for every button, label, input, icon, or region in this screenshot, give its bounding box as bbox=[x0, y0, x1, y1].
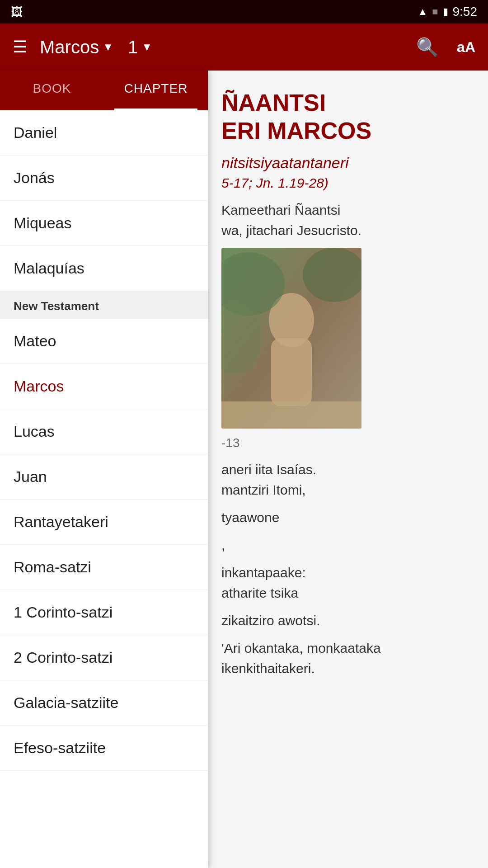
list-item-rantayetakeri[interactable]: Rantayetakeri bbox=[0, 500, 208, 545]
list-item-jonas[interactable]: Jonás bbox=[0, 156, 208, 201]
status-time: 9:52 bbox=[453, 5, 478, 19]
svg-rect-2 bbox=[271, 338, 312, 406]
content-text-1: Kameethari Ñaantsi wa, jitachari Jesucri… bbox=[221, 200, 474, 241]
status-bar: 🖼 ▲ ■ ▮ 9:52 bbox=[0, 0, 488, 24]
wifi-icon: ▲ bbox=[418, 6, 427, 18]
chapter-selector[interactable]: 1 ▼ bbox=[128, 37, 152, 57]
menu-button[interactable]: ☰ bbox=[9, 34, 31, 60]
content-text-7: inkantapaake: atharite tsika bbox=[221, 562, 474, 603]
toolbar: ☰ Marcos ▼ 1 ▼ 🔍 aA bbox=[0, 24, 488, 71]
content-text-5: tyaawone bbox=[221, 507, 474, 528]
list-item-roma-satzi[interactable]: Roma-satzi bbox=[0, 545, 208, 590]
content-title-1: ÑAANTSI bbox=[221, 89, 474, 117]
photo-icon: 🖼 bbox=[11, 5, 23, 19]
signal-icon: ■ bbox=[432, 6, 438, 18]
content-text-6: , bbox=[221, 535, 474, 555]
dropdown-tab-bar: BOOK CHAPTER bbox=[0, 71, 208, 110]
list-item-efeso-satziite[interactable]: Efeso-satziite bbox=[0, 726, 208, 771]
content-image bbox=[221, 248, 361, 429]
list-item-mateo[interactable]: Mateo bbox=[0, 319, 208, 364]
content-ref: 5-17; Jn. 1.19-28) bbox=[221, 175, 474, 191]
status-bar-left: 🖼 bbox=[11, 5, 23, 19]
chapter-chevron-icon: ▼ bbox=[141, 41, 152, 53]
chapter-num-label: 1 bbox=[128, 37, 138, 57]
battery-icon: ▮ bbox=[443, 6, 448, 18]
content-subtitle: nitsitsiyaatantaneri bbox=[221, 154, 474, 172]
list-item-malaquias[interactable]: Malaquías bbox=[0, 246, 208, 291]
book-list: Daniel Jonás Miqueas Malaquías New Testa… bbox=[0, 110, 208, 771]
list-item-2-corinto-satzi[interactable]: 2 Corinto-satzi bbox=[0, 635, 208, 680]
list-item-lucas[interactable]: Lucas bbox=[0, 409, 208, 454]
content-title-2: ERI MARCOS bbox=[221, 117, 474, 145]
book-chapter-dropdown: BOOK CHAPTER Daniel Jonás Miqueas Malaqu… bbox=[0, 71, 208, 868]
tab-book[interactable]: BOOK bbox=[0, 71, 104, 110]
tab-chapter[interactable]: CHAPTER bbox=[104, 71, 208, 110]
svg-rect-6 bbox=[221, 401, 361, 429]
background-content: ÑAANTSI ERI MARCOS nitsitsiyaatantaneri … bbox=[208, 71, 488, 704]
list-item-1-corinto-satzi[interactable]: 1 Corinto-satzi bbox=[0, 590, 208, 635]
text-size-button[interactable]: aA bbox=[453, 35, 479, 59]
book-selector[interactable]: Marcos ▼ bbox=[40, 37, 113, 57]
list-item-daniel[interactable]: Daniel bbox=[0, 110, 208, 156]
toolbar-actions: 🔍 aA bbox=[413, 33, 479, 61]
main-content: ÑAANTSI ERI MARCOS nitsitsiyaatantaneri … bbox=[0, 71, 488, 868]
new-testament-header: New Testament bbox=[0, 291, 208, 319]
status-bar-right: ▲ ■ ▮ 9:52 bbox=[418, 5, 477, 19]
content-text-3: aneri iita Isaías. mantziri Itomi, bbox=[221, 459, 474, 500]
image-caption: -13 bbox=[221, 436, 474, 450]
book-title-label: Marcos bbox=[40, 37, 99, 57]
list-item-galacia-satziite[interactable]: Galacia-satziite bbox=[0, 680, 208, 726]
list-item-miqueas[interactable]: Miqueas bbox=[0, 201, 208, 246]
list-item-marcos[interactable]: Marcos bbox=[0, 364, 208, 409]
book-chevron-icon: ▼ bbox=[103, 41, 113, 53]
search-button[interactable]: 🔍 bbox=[413, 33, 442, 61]
list-item-juan[interactable]: Juan bbox=[0, 454, 208, 500]
content-text-10: 'Ari okantaka, monkaataka ikenkithaitake… bbox=[221, 638, 474, 679]
content-text-9: zikaitziro awotsi. bbox=[221, 610, 474, 631]
